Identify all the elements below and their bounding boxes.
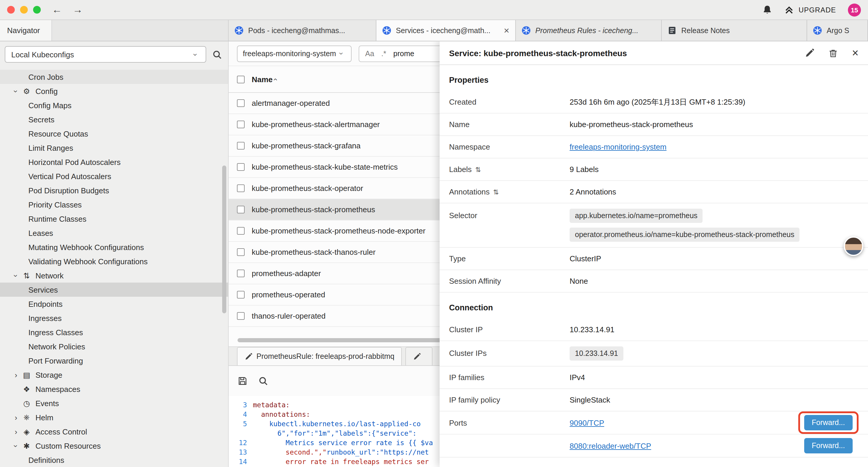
sidebar-item-runtime-classes[interactable]: Runtime Classes [0,212,228,226]
property-value: None [569,276,859,286]
sidebar-item-helm[interactable]: ›⎈Helm [0,410,228,425]
upgrade-button[interactable]: UPGRADE [784,5,836,15]
sidebar-item-label: Network Policies [28,342,85,351]
row-checkbox[interactable] [237,291,245,298]
sidebar-item-secrets[interactable]: Secrets [0,112,228,126]
namespace-link[interactable]: freeleaps-monitoring-system [569,143,666,151]
sidebar-scrollbar[interactable] [222,166,226,313]
save-icon[interactable] [238,376,248,386]
drawer-header: Service: kube-prometheus-stack-prometheu… [440,41,868,65]
sidebar-item-custom-resources[interactable]: ›✱Custom Resources [0,439,228,453]
close-window-button[interactable] [7,6,15,13]
tab-pods-icecheng-mathmas[interactable]: Pods - icecheng@mathmas... [229,20,376,41]
kubeconfig-selector[interactable]: Local Kubeconfigs › [5,46,206,63]
sidebar-item-config[interactable]: ›⚙Config [0,84,228,98]
sidebar-item-storage[interactable]: ›▤Storage [0,368,228,382]
sidebar-item-label: Mutating Webhook Configurations [28,243,144,252]
line-number: 3 [229,400,253,410]
close-icon[interactable]: × [852,47,859,59]
sidebar-item-resource-quotas[interactable]: Resource Quotas [0,126,228,141]
sidebar-item-port-forwarding[interactable]: Port Forwarding [0,353,228,368]
tab-release-notes[interactable]: Release Notes [662,20,807,41]
port-link[interactable]: 8080:reloader-web/TCP [569,441,651,450]
chevron-right-icon[interactable]: › [12,428,20,435]
sidebar-item-definitions[interactable]: Definitions [0,453,228,467]
row-checkbox[interactable] [237,206,245,213]
sidebar-item-label: Runtime Classes [28,214,87,223]
namespace-filter-dropdown[interactable]: freeleaps-monitoring-system › [237,45,351,62]
line-number: 13 [229,447,253,457]
tab-argo-s[interactable]: Argo S [807,20,868,41]
sidebar-item-events[interactable]: ›◷Events [0,396,228,410]
edit-icon [245,353,252,360]
line-content: kubectl.kubernetes.io/last-applied-co [253,419,421,429]
search-icon[interactable] [258,376,268,386]
sidebar-item-services[interactable]: Services [0,283,228,297]
sidebar-item-leases[interactable]: Leases [0,226,228,240]
sidebar-item-limit-ranges[interactable]: Limit Ranges [0,141,228,155]
row-checkbox[interactable] [237,163,245,171]
name-column-header[interactable]: Name› [252,75,277,84]
sidebar-item-config-maps[interactable]: Config Maps [0,98,228,112]
dock-tab-prometheusrule[interactable]: PrometheusRule: freeleaps-prod-rabbitmq [237,347,402,365]
chevron-right-icon[interactable]: › [12,413,20,421]
row-checkbox[interactable] [237,184,245,192]
dock-tab-partial[interactable] [406,347,433,365]
sidebar-item-ingresses[interactable]: Ingresses [0,311,228,325]
notification-count-badge[interactable]: 15 [848,3,861,16]
navigator-tab[interactable]: Navigator [0,20,52,41]
sidebar-item-endpoints[interactable]: Endpoints [0,297,228,311]
row-checkbox[interactable] [237,248,245,256]
sidebar-item-vertical-pod-autoscalers[interactable]: Vertical Pod Autoscalers [0,169,228,183]
helm-icon: ⎈ [21,413,32,422]
chevron-right-icon[interactable]: › [12,371,20,379]
expand-collapse-icon[interactable]: ⇅ [475,165,481,174]
forward-button[interactable]: Forward... [804,415,852,430]
zoom-window-button[interactable] [33,6,41,13]
select-all-checkbox[interactable] [237,76,245,83]
edit-icon [413,353,421,360]
tab-services-icecheng-math[interactable]: Services - icecheng@math...× [376,20,516,41]
property-label: Created [449,97,569,107]
row-checkbox[interactable] [237,121,245,128]
sidebar-item-ingress-classes[interactable]: Ingress Classes [0,325,228,339]
search-icon[interactable] [212,49,222,59]
minimize-window-button[interactable] [20,6,28,13]
sidebar-item-label: Network [35,271,64,280]
expand-collapse-icon[interactable]: ⇅ [493,188,499,196]
sidebar-item-pod-disruption-budgets[interactable]: Pod Disruption Budgets [0,183,228,198]
sidebar-item-namespaces[interactable]: ›❖Namespaces [0,382,228,396]
row-checkbox[interactable] [237,99,245,107]
sidebar-item-cron-jobs[interactable]: Cron Jobs [0,70,228,84]
sidebar-item-network[interactable]: ›⇅Network [0,268,228,283]
tab-prometheus-rules-icecheng[interactable]: Prometheus Rules - icecheng... [516,20,662,41]
row-checkbox[interactable] [237,227,245,235]
chevron-down-icon[interactable]: › [12,442,20,450]
sidebar-item-network-policies[interactable]: Network Policies [0,339,228,353]
row-checkbox[interactable] [237,312,245,320]
property-label: Session Affinity [449,276,569,286]
back-icon[interactable]: ← [52,5,62,15]
row-checkbox[interactable] [237,142,245,150]
trash-icon[interactable] [829,48,838,58]
property-value: SingleStack [569,396,859,404]
chevron-down-icon[interactable]: › [12,271,20,280]
chevron-down-icon[interactable]: › [12,87,20,95]
avatar[interactable] [844,236,863,256]
row-checkbox[interactable] [237,269,245,277]
regex-toggle[interactable]: .* [381,49,386,58]
custom-resources-icon: ✱ [21,441,32,450]
forward-icon[interactable]: → [73,5,83,15]
sidebar-item-validating-webhook-configurations[interactable]: Validating Webhook Configurations [0,254,228,268]
match-case-toggle[interactable]: Aa [365,49,374,58]
forward-button[interactable]: Forward... [804,438,852,454]
sidebar-item-mutating-webhook-configurations[interactable]: Mutating Webhook Configurations [0,240,228,254]
sidebar-item-horizontal-pod-autoscalers[interactable]: Horizontal Pod Autoscalers [0,155,228,169]
notifications-bell-icon[interactable] [763,5,773,15]
sidebar-item-priority-classes[interactable]: Priority Classes [0,198,228,212]
property-row-cluster-ips: Cluster IPs10.233.14.91 [440,341,868,367]
edit-icon[interactable] [805,48,814,58]
close-tab-icon[interactable]: × [504,25,509,36]
port-link[interactable]: 9090/TCP [569,418,604,427]
sidebar-item-access-control[interactable]: ›◈Access Control [0,425,228,439]
